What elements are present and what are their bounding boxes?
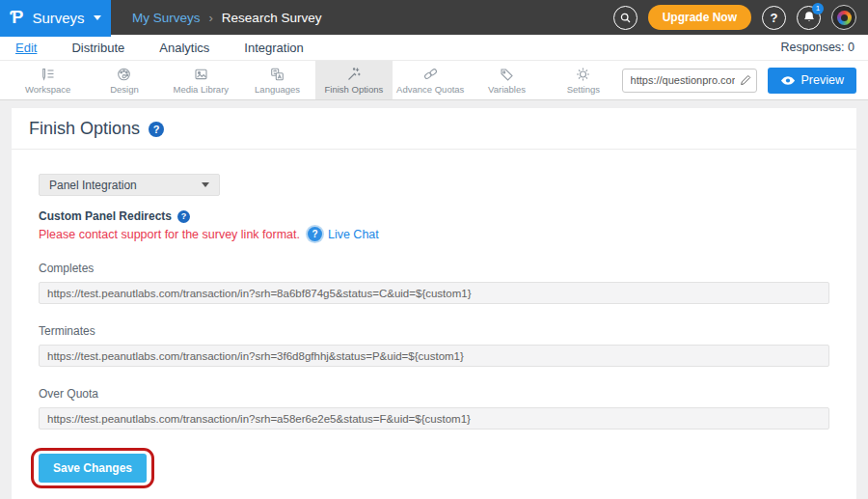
questionpro-logo-icon: Ƥ [10,8,23,28]
card-body: Panel Integration Custom Panel Redirects… [12,150,856,499]
breadcrumb-current-survey: Research Survey [222,11,322,25]
survey-url-input[interactable] [622,69,757,93]
terminates-input[interactable] [39,345,829,367]
question-icon: ? [312,229,317,239]
custom-panel-redirects-row: Custom Panel Redirects ? [39,209,829,223]
toolbar-item-variables[interactable]: Variables [469,61,545,99]
dropdown-selected-value: Panel Integration [49,179,137,192]
nav-accent-bar [0,35,111,37]
toolbar-item-workspace[interactable]: Workspace [10,61,86,99]
preview-button[interactable]: Preview [768,68,856,94]
preview-label: Preview [801,73,844,87]
settings-icon [575,67,591,82]
toolbar-item-settings[interactable]: Settings [545,61,621,99]
toolbar-item-advance-quotas[interactable]: Advance Quotas [393,61,469,99]
over-quota-label: Over Quota [39,387,829,401]
chevron-down-icon [94,15,101,20]
search-button[interactable] [613,6,637,30]
responses-count[interactable]: Responses: 0 [781,41,868,54]
top-bar: Ƥ Surveys My Surveys › Research Survey U… [0,0,868,35]
support-note-row: Please contact support for the survey li… [39,227,829,241]
page-background: Finish Options ? Panel Integration Custo… [0,100,868,499]
toolbar-right: Preview [622,61,868,99]
terminates-label: Terminates [39,324,829,338]
survey-url-wrap [622,69,757,93]
toolbar-item-label: Workspace [25,84,70,95]
product-switcher[interactable]: Ƥ Surveys [0,0,111,35]
toolbar-item-label: Variables [488,84,526,95]
finish-options-icon [345,67,362,82]
help-button[interactable]: ? [762,6,786,30]
redirects-help-icon[interactable]: ? [177,210,190,223]
toolbar-item-media-library[interactable]: Media Library [163,61,239,99]
breadcrumb-separator: › [209,11,213,25]
search-icon [619,12,632,24]
nav-tab-edit[interactable]: Edit [15,41,37,55]
toolbar-item-label: Settings [567,84,600,95]
advance-quotas-icon [422,67,439,82]
nav-tab-analytics[interactable]: Analytics [159,41,209,55]
finish-options-help-icon[interactable]: ? [149,122,164,137]
save-changes-button[interactable]: Save Changes [39,454,147,483]
breadcrumb: My Surveys › Research Survey [132,11,321,25]
variables-icon [499,67,515,82]
save-annotation-highlight: Save Changes [31,448,154,488]
breadcrumb-my-surveys[interactable]: My Surveys [132,11,201,25]
edit-toolbar: Workspace Design Media Library Languages… [0,61,868,100]
nav-tab-distribute[interactable]: Distribute [71,41,124,55]
design-icon [116,67,132,82]
toolbar-item-label: Languages [255,84,300,95]
toolbar-item-label: Finish Options [325,84,384,95]
workspace-icon [40,67,56,82]
eye-icon [780,75,796,86]
nav-items: Edit Distribute Analytics Integration [0,41,304,55]
nav-tab-integration[interactable]: Integration [244,41,303,55]
avatar-logo-icon [837,11,852,25]
media-library-icon [193,67,209,82]
toolbar-item-label: Design [110,84,139,95]
question-icon: ? [181,211,187,221]
card-header: Finish Options ? [12,108,856,150]
toolbar-item-finish-options[interactable]: Finish Options [315,61,392,99]
chevron-down-icon [202,182,209,187]
product-name: Surveys [32,10,84,26]
survey-nav: Edit Distribute Analytics Integration Re… [0,35,868,61]
edit-url-pencil-icon[interactable] [740,74,752,87]
support-note: Please contact support for the survey li… [39,228,300,241]
section-label: Custom Panel Redirects [39,209,172,223]
live-chat-link[interactable]: Live Chat [328,228,379,241]
toolbar-item-languages[interactable]: Languages [239,61,315,99]
topbar-actions: Upgrade Now ? 1 [613,5,868,30]
completes-label: Completes [39,262,829,275]
toolbar-item-design[interactable]: Design [86,61,162,99]
question-icon: ? [153,124,160,135]
over-quota-input[interactable] [39,407,829,430]
toolbar-item-label: Media Library [174,84,230,95]
upgrade-now-button[interactable]: Upgrade Now [648,5,751,30]
completes-input[interactable] [39,282,829,304]
question-icon: ? [771,11,778,25]
live-chat-icon[interactable]: ? [308,227,322,241]
notifications-button[interactable]: 1 [797,6,821,30]
finish-options-card: Finish Options ? Panel Integration Custo… [12,108,856,499]
panel-integration-dropdown[interactable]: Panel Integration [39,174,220,196]
page-title: Finish Options [29,119,140,139]
notification-badge: 1 [812,3,824,14]
toolbar-item-label: Advance Quotas [396,84,464,95]
account-avatar[interactable] [831,5,856,30]
languages-icon [269,67,285,82]
